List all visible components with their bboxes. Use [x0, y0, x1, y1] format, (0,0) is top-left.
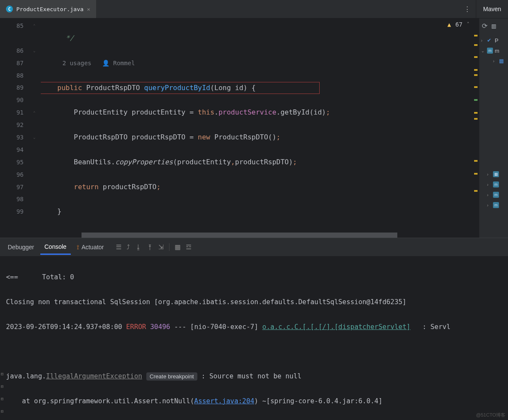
file-tab[interactable]: C ProductExecutor.java × [0, 0, 96, 18]
expand-icon[interactable]: › [493, 59, 497, 63]
console-line: 2023-09-26T09:14:24.937+08:00 ERROR 3049… [6, 321, 508, 333]
module-icon: ▦ [499, 58, 505, 64]
stack-link[interactable]: Assert.java:204 [194, 397, 254, 405]
error-stripe[interactable] [473, 18, 479, 238]
tab-console[interactable]: Console [40, 240, 71, 255]
debug-tabs: Debugger Console ⟟Actuator ☰ ⤴ ⭳ ⭱ ⇲ ▦ ☲ [0, 238, 508, 256]
prev-highlight-icon[interactable]: ˄ [467, 21, 469, 27]
code-editor[interactable]: 85 86 87 88 89 90 91 92 93 94 95 96 97 9… [0, 18, 479, 238]
line-number-gutter: 85 86 87 88 89 90 91 92 93 94 95 96 97 9… [0, 18, 28, 238]
console-fold-gutter: ⊞ ⊞ ⊞ ⊞ [0, 256, 6, 420]
filter-icon[interactable]: ⇲ [158, 243, 164, 251]
console-output[interactable]: <== Total: 0 Closing non transactional S… [0, 256, 508, 420]
editor-inspection-status[interactable]: ▲ 67 ˄ ˅ [448, 21, 476, 28]
table-icon[interactable]: ▦ [175, 243, 181, 251]
expand-icon[interactable]: ⊞ [1, 409, 3, 414]
collapse-icon[interactable]: ⌄ [481, 48, 485, 53]
expand-icon[interactable]: › [487, 182, 491, 187]
warning-count: 67 [455, 21, 463, 28]
tab-actuator[interactable]: ⟟Actuator [73, 240, 108, 254]
module-icon: ✔ [487, 37, 493, 43]
expand-icon[interactable]: › [487, 193, 491, 197]
actuator-icon: ⟟ [77, 244, 79, 251]
exception-link[interactable]: IllegalArgumentException [46, 372, 142, 380]
watermark: @51CTO博客 [476, 412, 505, 418]
maven-project-tree[interactable]: ›✔P ⌄mm ›▦ ›▦ ›m ›m ›m [479, 33, 508, 238]
soft-wrap-icon[interactable]: ☰ [116, 243, 121, 251]
expand-icon[interactable]: ⊞ [1, 384, 3, 389]
debug-tool-window: Debugger Console ⟟Actuator ☰ ⤴ ⭳ ⭱ ⇲ ▦ ☲… [0, 238, 508, 420]
upload-icon[interactable]: ⭱ [147, 243, 153, 251]
refresh-icon[interactable]: ⟳ [482, 22, 487, 30]
editor-tab-bar: C ProductExecutor.java × ⋮ Maven [0, 0, 508, 18]
maven-tool-window: ⟳ ▥ ›✔P ⌄mm ›▦ ›▦ ›m ›m ›m [479, 18, 508, 238]
console-line: Closing non transactional SqlSession [or… [6, 296, 508, 308]
download-icon[interactable]: ⭳ [135, 243, 142, 251]
tab-debugger[interactable]: Debugger [3, 240, 39, 254]
maven-module-icon: ▦ [493, 171, 499, 177]
console-line: at org.springframework.util.Assert.notNu… [6, 395, 508, 408]
console-line: <== Total: 0 [6, 271, 508, 284]
author-hint[interactable]: Rommel [113, 60, 135, 66]
maven-module-icon: m [493, 192, 499, 198]
class-file-icon: C [6, 6, 13, 12]
maven-module-icon: m [487, 48, 493, 54]
tab-filename: ProductExecutor.java [16, 6, 84, 12]
tab-bar-menu-icon[interactable]: ⋮ [459, 5, 476, 13]
maven-module-icon: m [493, 181, 499, 187]
editor-horizontal-scrollbar[interactable] [82, 233, 467, 238]
fold-gutter: ⌃ ⌄ ⌃ ⌄ [28, 18, 41, 238]
maven-module-icon: m [493, 202, 499, 208]
expand-icon[interactable]: › [487, 172, 491, 177]
console-line: java.lang.IllegalArgumentException Creat… [6, 370, 508, 383]
tree-node-label: P [495, 37, 499, 44]
code-text-area[interactable]: */ 2 usages 👤 Rommel public ProductRspDT… [41, 18, 473, 238]
close-tab-icon[interactable]: × [87, 6, 91, 12]
usages-hint[interactable]: 2 usages [63, 60, 91, 66]
author-icon: 👤 [102, 60, 109, 66]
expand-icon[interactable]: ⊞ [1, 396, 3, 401]
list-icon[interactable]: ☲ [186, 243, 191, 251]
maven-tool-window-button[interactable]: Maven [476, 0, 508, 18]
expand-icon[interactable]: ⊞ [1, 372, 3, 376]
expand-icon[interactable]: › [487, 203, 491, 208]
scroll-to-end-icon[interactable]: ⤴ [127, 243, 130, 251]
add-maven-icon[interactable]: ▥ [492, 22, 496, 30]
tree-node-label: m [495, 48, 499, 54]
warning-icon: ▲ [448, 21, 451, 28]
create-breakpoint-button[interactable]: Create breakpoint [146, 372, 197, 381]
expand-icon[interactable]: › [481, 38, 485, 43]
separator [169, 243, 169, 251]
